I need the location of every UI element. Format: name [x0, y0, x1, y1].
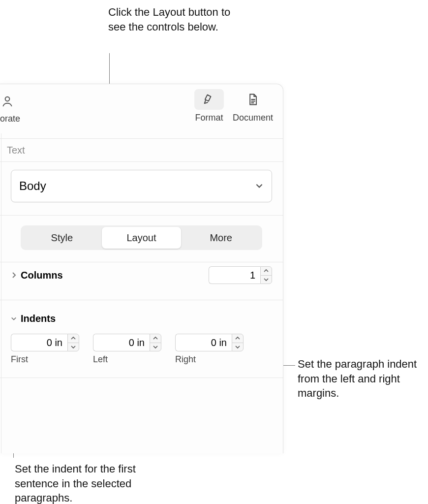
- collaborate-button[interactable]: orate: [0, 91, 26, 127]
- indent-left-col: Left: [93, 334, 161, 365]
- chevron-down-icon: [11, 313, 17, 324]
- columns-field: [209, 266, 272, 284]
- columns-stepper: [260, 266, 272, 284]
- section-title: Text: [0, 139, 283, 162]
- collaborate-icon: [0, 91, 26, 112]
- indent-right-up[interactable]: [232, 334, 243, 343]
- chevron-down-icon: [255, 179, 264, 193]
- tab-layout[interactable]: Layout: [102, 227, 182, 249]
- columns-label: Columns: [21, 270, 63, 281]
- text-tabs: Style Layout More: [21, 225, 262, 250]
- divider: [0, 300, 283, 300]
- indents-row: Indents: [11, 311, 272, 326]
- indent-right-field: [175, 334, 244, 351]
- indent-left-down[interactable]: [150, 343, 161, 351]
- indents-label: Indents: [21, 313, 56, 324]
- indent-left-input[interactable]: [93, 334, 150, 351]
- callout-top: Click the Layout button to see the contr…: [108, 5, 236, 34]
- document-icon: [238, 89, 268, 110]
- columns-step-down[interactable]: [261, 275, 272, 284]
- indent-right-stepper: [232, 334, 244, 351]
- indent-right-input[interactable]: [175, 334, 232, 351]
- inspector-panel: orate Format Document: [0, 84, 283, 453]
- indents-disclosure[interactable]: Indents: [11, 313, 56, 324]
- divider: [0, 215, 283, 216]
- svg-point-0: [5, 97, 10, 101]
- divider: [0, 378, 283, 378]
- indent-right-label: Right: [175, 354, 244, 365]
- format-icon: [194, 89, 224, 110]
- indent-first-down[interactable]: [68, 343, 79, 351]
- paragraph-style-popup[interactable]: Body: [11, 170, 272, 202]
- indent-left-stepper: [150, 334, 161, 351]
- columns-input[interactable]: [209, 266, 260, 284]
- sidebar-mode-group: Format Document: [194, 89, 283, 123]
- indent-first-up[interactable]: [68, 334, 79, 343]
- callout-right: Set the paragraph indent from the left a…: [298, 357, 426, 401]
- columns-disclosure[interactable]: Columns: [11, 270, 63, 281]
- indent-first-input[interactable]: [11, 334, 67, 351]
- document-button[interactable]: Document: [233, 89, 273, 123]
- format-button[interactable]: Format: [194, 89, 224, 123]
- indent-right-down[interactable]: [232, 343, 243, 351]
- indent-left-up[interactable]: [150, 334, 161, 343]
- paragraph-style-value: Body: [19, 179, 46, 193]
- indent-first-stepper: [67, 334, 79, 351]
- tab-style[interactable]: Style: [22, 227, 102, 249]
- indent-first-col: First: [11, 334, 79, 365]
- columns-step-up[interactable]: [261, 267, 272, 275]
- indent-left-label: Left: [93, 354, 161, 365]
- tab-more[interactable]: More: [181, 227, 261, 249]
- indent-first-field: [11, 334, 79, 351]
- inspector-toolbar: orate Format Document: [0, 84, 283, 139]
- document-label: Document: [233, 113, 273, 123]
- indent-right-col: Right: [175, 334, 244, 365]
- indent-fields: First Left: [11, 334, 272, 365]
- inspector-content: Body Style Layout More Colu: [0, 162, 283, 378]
- indent-first-label: First: [11, 354, 79, 365]
- callout-bottom: Set the indent for the first sentence in…: [15, 462, 148, 504]
- format-label: Format: [195, 113, 223, 123]
- chevron-right-icon: [11, 270, 17, 281]
- indent-left-field: [93, 334, 161, 351]
- columns-row: Columns: [11, 262, 272, 288]
- collaborate-label: orate: [0, 114, 20, 124]
- callout-right-hline-outer: [285, 365, 295, 366]
